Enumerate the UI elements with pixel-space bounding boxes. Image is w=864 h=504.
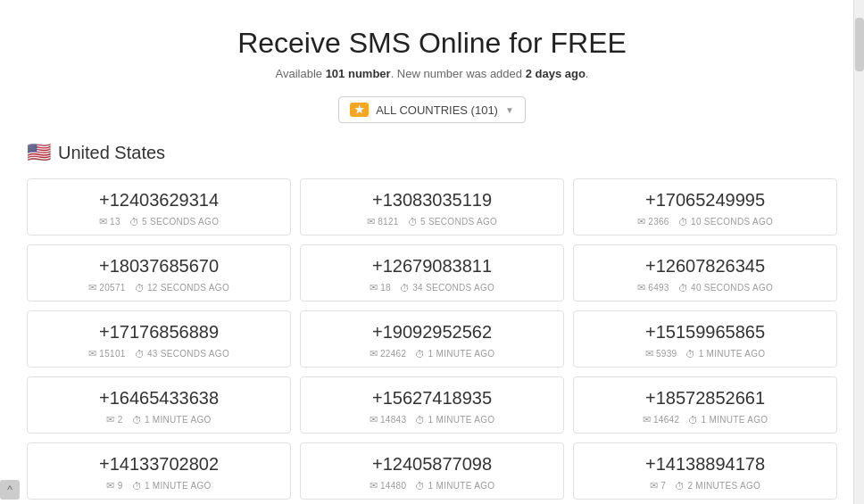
scroll-up-button[interactable]: ^: [0, 480, 20, 500]
filter-row: ★ ALL COUNTRIES (101) ▼: [18, 96, 846, 123]
time-ago: 40 SECONDS AGO: [691, 283, 773, 293]
time-item: ⏱ 40 SECONDS AGO: [678, 283, 773, 293]
number-card[interactable]: +17065249995 ✉ 2366 ⏱ 10 SECONDS AGO: [573, 178, 837, 235]
time-item: ⏱ 1 MINUTE AGO: [688, 415, 768, 426]
time-ago: 1 MINUTE AGO: [428, 349, 495, 359]
header: Receive SMS Online for FREE Available 10…: [18, 27, 846, 80]
message-count: 13: [110, 217, 120, 227]
time-item: ⏱ 1 MINUTE AGO: [132, 481, 212, 492]
message-count: 14843: [380, 415, 406, 425]
time-ago: 10 SECONDS AGO: [691, 217, 773, 227]
number-meta: ✉ 7 ⏱ 2 MINUTES AGO: [587, 480, 823, 492]
number-meta: ✉ 6493 ⏱ 40 SECONDS AGO: [587, 282, 823, 293]
phone-number: +12405877098: [314, 454, 550, 475]
time-item: ⏱ 1 MINUTE AGO: [415, 415, 494, 426]
message-count: 7: [660, 481, 666, 491]
time-item: ⏱ 1 MINUTE AGO: [415, 481, 494, 492]
number-meta: ✉ 2 ⏱ 1 MINUTE AGO: [41, 414, 277, 426]
time-ago: 1 MINUTE AGO: [428, 415, 495, 425]
message-count-item: ✉ 9: [106, 480, 122, 492]
clock-icon: ⏱: [675, 481, 685, 492]
subtitle-prefix: Available: [276, 67, 326, 80]
envelope-icon: ✉: [106, 414, 114, 426]
envelope-icon: ✉: [88, 282, 96, 293]
phone-number: +18037685670: [41, 256, 277, 277]
envelope-icon: ✉: [370, 282, 378, 293]
clock-icon: ⏱: [688, 415, 698, 426]
number-card[interactable]: +14133702802 ✉ 9 ⏱ 1 MINUTE AGO: [27, 442, 291, 500]
number-card[interactable]: +18572852661 ✉ 14642 ⏱ 1 MINUTE AGO: [573, 376, 837, 434]
phone-number: +13083035119: [314, 190, 550, 211]
message-count: 14642: [653, 415, 679, 425]
page-title: Receive SMS Online for FREE: [18, 27, 846, 60]
number-meta: ✉ 14843 ⏱ 1 MINUTE AGO: [314, 414, 550, 426]
envelope-icon: ✉: [637, 282, 645, 293]
star-badge: ★: [350, 103, 369, 117]
number-card[interactable]: +15627418935 ✉ 14843 ⏱ 1 MINUTE AGO: [300, 376, 564, 434]
number-meta: ✉ 9 ⏱ 1 MINUTE AGO: [41, 480, 277, 492]
time-ago: 43 SECONDS AGO: [147, 349, 229, 359]
number-meta: ✉ 14642 ⏱ 1 MINUTE AGO: [587, 414, 823, 426]
time-ago: 5 SECONDS AGO: [142, 217, 219, 227]
number-card[interactable]: +12405877098 ✉ 14480 ⏱ 1 MINUTE AGO: [300, 442, 564, 500]
message-count: 14480: [380, 481, 406, 491]
time-ago: 2 MINUTES AGO: [687, 481, 760, 491]
number-card[interactable]: +12679083811 ✉ 18 ⏱ 34 SECONDS AGO: [300, 244, 564, 302]
number-card[interactable]: +12607826345 ✉ 6493 ⏱ 40 SECONDS AGO: [573, 244, 837, 302]
time-ago: 1 MINUTE AGO: [702, 415, 768, 425]
number-card[interactable]: +18037685670 ✉ 20571 ⏱ 12 SECONDS AGO: [27, 244, 291, 302]
number-card[interactable]: +14138894178 ✉ 7 ⏱ 2 MINUTES AGO: [573, 442, 837, 500]
phone-number: +17176856889: [41, 322, 277, 343]
page-wrapper: Receive SMS Online for FREE Available 10…: [0, 0, 864, 504]
number-card[interactable]: +13083035119 ✉ 8121 ⏱ 5 SECONDS AGO: [300, 178, 564, 235]
time-item: ⏱ 5 SECONDS AGO: [408, 217, 497, 227]
envelope-icon: ✉: [370, 480, 378, 492]
number-meta: ✉ 22462 ⏱ 1 MINUTE AGO: [314, 348, 550, 359]
clock-icon: ⏱: [400, 283, 410, 293]
time-item: ⏱ 34 SECONDS AGO: [400, 283, 494, 293]
time-ago: 1 MINUTE AGO: [428, 481, 495, 491]
time-item: ⏱ 2 MINUTES AGO: [675, 481, 760, 492]
scroll-up-icon: ^: [7, 483, 12, 496]
scrollbar-vertical[interactable]: [853, 0, 864, 504]
time-item: ⏱ 5 SECONDS AGO: [129, 217, 219, 227]
number-meta: ✉ 5939 ⏱ 1 MINUTE AGO: [587, 348, 823, 359]
phone-number: +12403629314: [41, 190, 277, 211]
message-count: 15101: [99, 349, 125, 359]
envelope-icon: ✉: [106, 480, 114, 492]
time-item: ⏱ 1 MINUTE AGO: [415, 349, 494, 359]
number-meta: ✉ 15101 ⏱ 43 SECONDS AGO: [41, 348, 277, 359]
number-card[interactable]: +15159965865 ✉ 5939 ⏱ 1 MINUTE AGO: [573, 310, 837, 368]
number-card[interactable]: +17176856889 ✉ 15101 ⏱ 43 SECONDS AGO: [27, 310, 291, 368]
number-meta: ✉ 20571 ⏱ 12 SECONDS AGO: [41, 282, 277, 293]
message-count-item: ✉ 2: [106, 414, 122, 426]
time-item: ⏱ 1 MINUTE AGO: [132, 415, 212, 426]
country-filter-select[interactable]: ★ ALL COUNTRIES (101) ▼: [338, 96, 526, 123]
subtitle-suffix: . New number was added: [391, 67, 526, 80]
phone-number: +15627418935: [314, 388, 550, 409]
envelope-icon: ✉: [643, 414, 651, 426]
message-count: 2366: [648, 217, 669, 227]
us-flag-icon: 🇺🇸: [27, 141, 51, 164]
clock-icon: ⏱: [135, 349, 145, 359]
scrollbar-thumb[interactable]: [855, 18, 864, 71]
number-card[interactable]: +12403629314 ✉ 13 ⏱ 5 SECONDS AGO: [27, 178, 291, 235]
message-count: 18: [380, 283, 391, 293]
subtitle: Available 101 number. New number was add…: [18, 67, 846, 80]
time-item: ⏱ 10 SECONDS AGO: [678, 217, 773, 227]
time-item: ⏱ 1 MINUTE AGO: [685, 349, 765, 359]
envelope-icon: ✉: [637, 216, 645, 227]
message-count-item: ✉ 14642: [643, 414, 680, 426]
number-card[interactable]: +19092952562 ✉ 22462 ⏱ 1 MINUTE AGO: [300, 310, 564, 368]
clock-icon: ⏱: [678, 283, 688, 293]
envelope-icon: ✉: [99, 216, 107, 227]
message-count: 9: [118, 481, 123, 491]
number-card[interactable]: +16465433638 ✉ 2 ⏱ 1 MINUTE AGO: [27, 376, 291, 434]
clock-icon: ⏱: [135, 283, 145, 293]
message-count-item: ✉ 15101: [88, 348, 126, 359]
clock-icon: ⏱: [415, 481, 425, 492]
message-count-item: ✉ 8121: [367, 216, 399, 227]
clock-icon: ⏱: [415, 415, 425, 426]
time-item: ⏱ 12 SECONDS AGO: [135, 283, 229, 293]
message-count-item: ✉ 13: [99, 216, 120, 227]
